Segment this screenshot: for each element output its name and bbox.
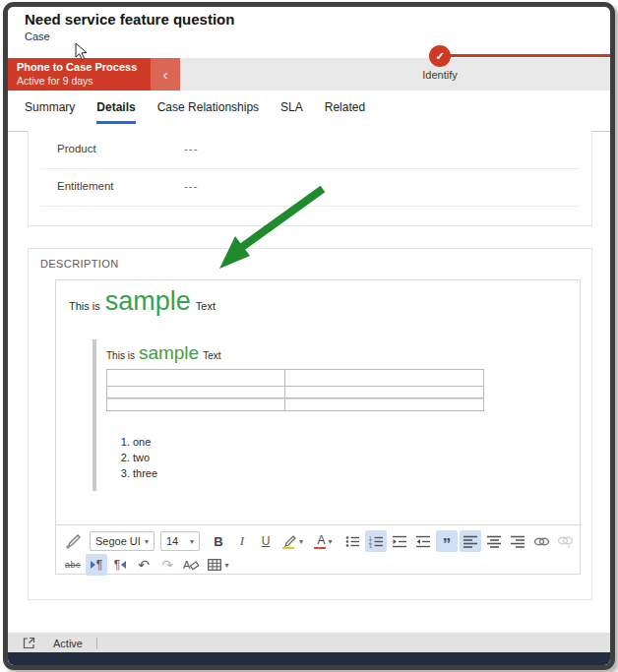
- paragraph-icon: ¶: [96, 558, 102, 572]
- remove-link-button[interactable]: x: [554, 530, 576, 552]
- align-center-icon: [487, 535, 502, 548]
- rich-text-editor: This is sample Text This is sample Text: [55, 279, 581, 575]
- bottom-app-bar: [8, 652, 610, 665]
- clear-format-icon: A: [183, 558, 199, 572]
- chevron-down-icon: ▾: [329, 537, 333, 546]
- chevron-down-icon: ▾: [224, 561, 228, 570]
- align-center-button[interactable]: [483, 530, 505, 552]
- form-tabs: Summary Details Case Relationships SLA R…: [25, 100, 365, 124]
- undo-button[interactable]: ↶: [133, 554, 154, 576]
- outdent-icon: [393, 535, 407, 548]
- indent-icon: [416, 535, 431, 548]
- case-form: Need service feature question Case Phone…: [8, 7, 610, 665]
- align-left-button[interactable]: [460, 530, 481, 552]
- table-cell[interactable]: [107, 398, 285, 411]
- insert-table-button[interactable]: ▾: [204, 554, 233, 576]
- bold-button[interactable]: B: [208, 530, 229, 552]
- numbered-list-button[interactable]: 1. 2. 3.: [365, 530, 387, 552]
- redo-button[interactable]: ↷: [156, 554, 178, 576]
- table-icon: [208, 559, 221, 571]
- status-divider: [96, 638, 97, 649]
- bullet-list-icon: [345, 535, 360, 548]
- entitlement-field-value[interactable]: ---: [184, 180, 199, 192]
- record-status-badge: Active: [53, 638, 83, 649]
- bullet-list-button[interactable]: [341, 530, 363, 552]
- left-to-right-button[interactable]: ¶: [86, 554, 107, 576]
- clear-formatting-button[interactable]: A: [180, 554, 202, 576]
- align-right-button[interactable]: [507, 530, 528, 552]
- unlink-icon: x: [557, 535, 574, 548]
- svg-text:x: x: [567, 543, 570, 548]
- table-cell[interactable]: [285, 398, 484, 411]
- font-size-select[interactable]: 14 ▾: [160, 531, 200, 551]
- stage-label: Identify: [405, 69, 474, 81]
- numbered-list-icon: 1. 2. 3.: [369, 535, 384, 548]
- toolbar-row-2: abc ¶ ¶ ↶ ↷ A: [62, 553, 574, 577]
- tab-related[interactable]: Related: [325, 100, 365, 124]
- highlight-color-swatch: [282, 547, 294, 549]
- svg-text:A: A: [183, 559, 191, 571]
- chevron-left-icon: ‹: [151, 58, 180, 91]
- process-duration: Active for 9 days: [17, 75, 93, 87]
- page-title: Need service feature question: [25, 11, 234, 28]
- italic-button[interactable]: I: [231, 530, 253, 552]
- sample-text-line: This is sample Text: [69, 288, 216, 315]
- link-icon: [533, 536, 550, 547]
- table-cell[interactable]: [107, 370, 285, 387]
- chevron-down-icon: ▾: [190, 537, 194, 546]
- tab-details[interactable]: Details: [96, 100, 135, 124]
- format-painter-button[interactable]: [62, 530, 84, 552]
- mouse-cursor-icon: [75, 42, 88, 61]
- underline-button[interactable]: U: [255, 530, 277, 552]
- tab-summary[interactable]: Summary: [25, 100, 75, 124]
- text-prefix: This is: [106, 350, 135, 361]
- brush-icon: [66, 534, 81, 549]
- decrease-indent-button[interactable]: [389, 530, 410, 552]
- text-suffix: Text: [196, 300, 216, 312]
- form-status-bar: Active: [8, 633, 610, 653]
- numbered-list: one two three: [118, 436, 157, 483]
- rich-text-content[interactable]: This is sample Text This is sample Text: [56, 280, 580, 524]
- business-process-bar: Phone to Case Process Active for 9 days …: [8, 58, 610, 91]
- entitlement-field-label: Entitlement: [57, 180, 114, 192]
- font-color-swatch: [314, 547, 326, 549]
- list-item: one: [133, 436, 157, 448]
- field-row-product[interactable]: Product ---: [29, 131, 591, 168]
- tab-case-relationships[interactable]: Case Relationships: [157, 100, 259, 124]
- product-field-value[interactable]: ---: [184, 143, 199, 154]
- stage-check-icon[interactable]: ✓: [429, 45, 451, 67]
- popout-icon[interactable]: [23, 637, 35, 649]
- highlight-color-button[interactable]: ▾: [278, 530, 308, 552]
- font-family-value: Segoe UI: [95, 535, 141, 547]
- ltr-arrow-icon: [91, 561, 95, 569]
- strikethrough-button[interactable]: abc: [62, 554, 84, 576]
- table-cell[interactable]: [285, 387, 484, 398]
- process-name: Phone to Case Process: [17, 61, 137, 73]
- record-type-label: Case: [25, 31, 50, 42]
- quoted-sample-text-line: This is sample Text: [106, 343, 221, 362]
- process-banner: Phone to Case Process Active for 9 days: [8, 58, 151, 91]
- description-section-label: DESCRIPTION: [40, 258, 119, 270]
- right-to-left-button[interactable]: ¶: [109, 554, 131, 576]
- product-field-label: Product: [57, 143, 96, 154]
- screenshot: Need service feature question Case Phone…: [0, 0, 618, 672]
- editor-toolbar: Segoe UI ▾ 14 ▾ B I U ▾: [56, 524, 580, 574]
- list-item: two: [133, 452, 157, 463]
- align-left-icon: [464, 535, 478, 548]
- text-suffix: Text: [203, 350, 220, 361]
- table-cell[interactable]: [107, 387, 285, 398]
- tab-sla[interactable]: SLA: [280, 100, 303, 124]
- font-color-button[interactable]: A ▾: [310, 530, 340, 552]
- highlighter-pen-icon: [283, 535, 296, 548]
- blockquote-button[interactable]: ”: [436, 530, 458, 552]
- table-cell[interactable]: [285, 370, 484, 387]
- rtl-arrow-icon: [121, 561, 126, 569]
- insert-link-button[interactable]: [530, 530, 552, 552]
- description-section: DESCRIPTION This is sample Text This is …: [28, 248, 592, 600]
- paragraph-icon: ¶: [114, 558, 120, 572]
- process-collapse-button[interactable]: ‹: [151, 58, 180, 91]
- increase-indent-button[interactable]: [412, 530, 434, 552]
- font-family-select[interactable]: Segoe UI ▾: [90, 531, 154, 551]
- content-table: [106, 369, 484, 411]
- font-color-letter: A: [317, 533, 325, 547]
